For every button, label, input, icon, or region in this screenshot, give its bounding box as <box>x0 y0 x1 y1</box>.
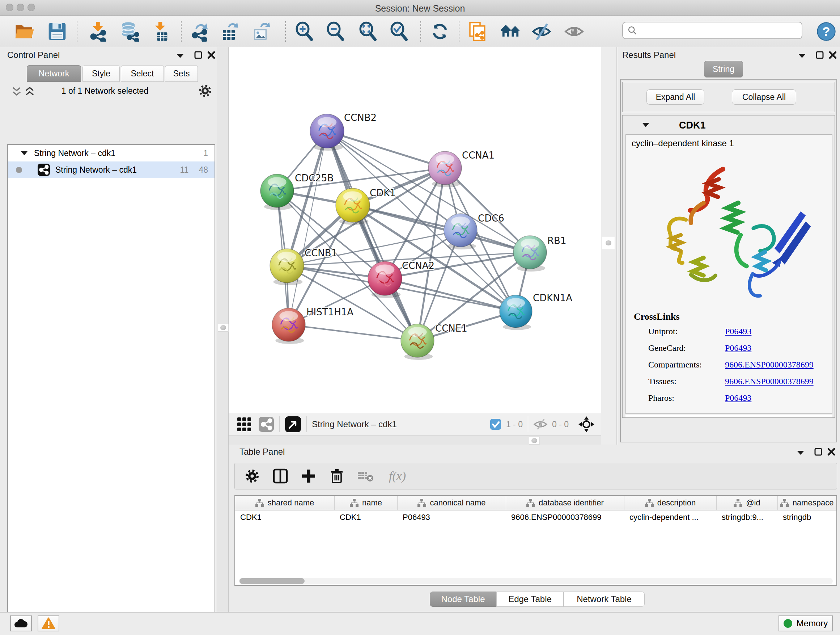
crosslink-value[interactable]: 9606.ENSP00000378699 <box>725 377 813 386</box>
maximize-panel-icon[interactable] <box>194 51 202 59</box>
help-button[interactable]: ? <box>816 21 836 42</box>
network-tree: String Network – cdk1 1 String Network –… <box>7 144 215 635</box>
zoom-out-icon <box>325 21 345 42</box>
zoom-out-button[interactable] <box>325 21 345 42</box>
left-splitter-handle[interactable] <box>218 324 229 332</box>
crosslink-value[interactable]: P06493 <box>725 393 752 403</box>
cloud-status-button[interactable] <box>10 616 32 631</box>
table-row[interactable]: CDK1CDK1P064939606.ENSP00000378699cyclin… <box>235 510 836 525</box>
export-table-button[interactable] <box>219 21 240 42</box>
search-input[interactable] <box>638 26 793 35</box>
edge-HIST1H1A-CCNE1[interactable] <box>289 325 417 340</box>
maximize-panel-icon[interactable] <box>815 51 824 59</box>
tree-expanded-icon <box>20 150 28 156</box>
collapse-all-tree-icon[interactable] <box>11 86 22 98</box>
column-type-icon <box>645 499 654 507</box>
edge-CDK1-RB1[interactable] <box>353 205 530 252</box>
add-column-icon[interactable] <box>301 468 317 484</box>
export-image-button[interactable] <box>251 21 271 42</box>
float-panel-icon[interactable] <box>796 450 805 455</box>
right-splitter-handle[interactable] <box>602 237 615 249</box>
edge-CCNB2-CCNA1[interactable] <box>327 131 445 168</box>
zoom-fit-button[interactable] <box>357 21 378 42</box>
node-entry-header[interactable]: CDK1 <box>622 116 835 134</box>
show-columns-icon[interactable] <box>272 468 288 484</box>
crosslink-value[interactable]: P06493 <box>725 326 752 336</box>
close-panel-icon[interactable] <box>829 51 837 59</box>
tab-node-table[interactable]: Node Table <box>430 592 496 607</box>
horizontal-splitter-handle[interactable] <box>529 437 540 445</box>
hide-selected-button[interactable] <box>531 21 552 42</box>
delete-column-icon[interactable] <box>329 468 345 484</box>
column-header-name[interactable]: name <box>335 496 398 510</box>
tab-sets[interactable]: Sets <box>165 65 198 82</box>
close-panel-icon[interactable] <box>827 448 836 456</box>
float-panel-icon[interactable] <box>175 53 185 59</box>
cell: CDK1 <box>235 510 335 525</box>
column-header-database-identifier[interactable]: database identifier <box>506 496 624 510</box>
open-session-button[interactable] <box>14 21 35 42</box>
tab-network-table[interactable]: Network Table <box>564 592 645 607</box>
clone-network-button[interactable] <box>467 21 488 42</box>
node-entry-body: cyclin–dependent kinase 1 <box>625 134 832 414</box>
import-network-database-button[interactable] <box>119 21 139 42</box>
collapse-all-button[interactable]: Collapse All <box>732 89 796 105</box>
zoom-in-button[interactable] <box>294 21 314 42</box>
crosslink-value[interactable]: P06493 <box>725 343 752 353</box>
tab-select[interactable]: Select <box>121 65 164 82</box>
column-header-description[interactable]: description <box>624 496 717 510</box>
results-panel-title: Results Panel <box>622 50 676 60</box>
maximize-panel-icon[interactable] <box>814 448 823 456</box>
delete-table-icon[interactable] <box>357 469 374 483</box>
network-collection-row[interactable]: String Network – cdk1 1 <box>8 145 215 162</box>
show-all-button[interactable] <box>564 21 584 42</box>
warnings-button[interactable] <box>38 616 59 631</box>
close-panel-icon[interactable] <box>207 51 216 59</box>
node-entry-box: CDK1 cyclin–dependent kinase 1 <box>622 115 835 418</box>
zoom-selected-button[interactable] <box>388 21 409 42</box>
detach-view-icon[interactable] <box>285 416 302 432</box>
gear-icon[interactable] <box>198 84 212 98</box>
export-network-button[interactable] <box>189 21 210 42</box>
function-builder-button[interactable]: f(x) <box>389 469 406 483</box>
expand-all-button[interactable]: Expand All <box>646 89 704 105</box>
import-network-icon <box>88 21 108 42</box>
column-header--id[interactable]: @id <box>717 496 778 510</box>
import-network-file-button[interactable] <box>88 21 108 42</box>
cell: cyclin-dependent ... <box>624 510 717 525</box>
entry-scroll-track[interactable] <box>625 415 832 417</box>
save-session-button[interactable] <box>47 21 67 42</box>
edge-CCNB2-HIST1H1A[interactable] <box>289 131 327 325</box>
network-canvas[interactable]: CCNB2CCNA1CDC25BCDK1CDC6RB1CCNB1CCNA2CDK… <box>229 47 601 413</box>
table-hscrollbar[interactable] <box>239 578 833 584</box>
tab-network[interactable]: Network <box>27 65 81 82</box>
float-panel-icon[interactable] <box>797 53 807 59</box>
table-hscrollbar-thumb[interactable] <box>240 578 305 584</box>
refresh-button[interactable] <box>430 21 450 42</box>
tab-edge-table[interactable]: Edge Table <box>496 592 564 607</box>
column-header-namespace[interactable]: namespace <box>778 496 836 510</box>
column-header-canonical-name[interactable]: canonical name <box>398 496 506 510</box>
search-box[interactable] <box>622 22 802 39</box>
search-icon <box>627 25 638 35</box>
network-view-title: String Network – cdk1 <box>312 419 397 429</box>
birds-eye-view-icon[interactable] <box>578 416 595 432</box>
horizontal-splitter[interactable] <box>229 436 601 445</box>
hidden-node-edge-counts: 0 - 0 <box>552 420 569 429</box>
grid-view-icon[interactable] <box>237 417 252 432</box>
table-header-row: shared namenamecanonical namedatabase id… <box>235 496 836 510</box>
column-header-shared-name[interactable]: shared name <box>235 496 335 510</box>
network-row[interactable]: String Network – cdk1 11 48 <box>8 162 215 178</box>
cell: stringdb:9... <box>717 510 778 525</box>
table-settings-gear-icon[interactable] <box>244 468 260 484</box>
tab-string[interactable]: String <box>704 61 743 78</box>
tab-style[interactable]: Style <box>82 65 120 82</box>
first-neighbors-button[interactable] <box>500 21 521 42</box>
selected-checkbox-icon[interactable] <box>489 418 502 431</box>
network-list-view-icon[interactable] <box>258 416 274 432</box>
import-table-button[interactable] <box>151 21 172 42</box>
memory-button[interactable]: Memory <box>778 616 833 631</box>
node-label-CDC6: CDC6 <box>478 213 504 224</box>
crosslink-value[interactable]: 9606.ENSP00000378699 <box>725 360 813 370</box>
expand-all-tree-icon[interactable] <box>25 86 35 98</box>
